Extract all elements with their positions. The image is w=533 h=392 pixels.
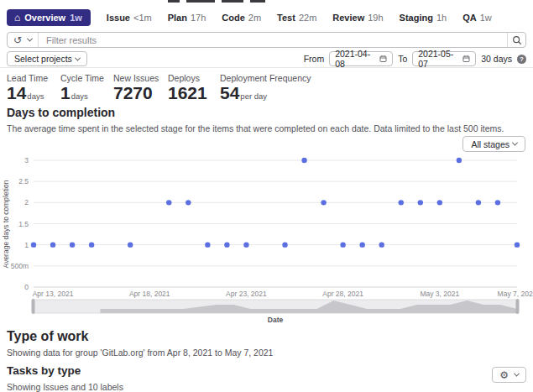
tasks-by-type-description: Showing Issues and 10 labels <box>7 382 123 392</box>
tab-code[interactable]: Code 2m <box>222 9 261 26</box>
y-tick-label: 1 <box>24 241 29 249</box>
chart-point[interactable] <box>205 242 210 247</box>
tab-review[interactable]: Review 19h <box>332 9 383 26</box>
clipped-text-fragment <box>168 0 265 3</box>
metric-label: Lead Time <box>7 73 48 83</box>
chart-point[interactable] <box>89 242 94 247</box>
type-of-work-title: Type of work <box>7 329 89 344</box>
chart-point[interactable] <box>243 242 248 247</box>
help-icon[interactable]: ? <box>517 55 526 64</box>
datazoom-handle-left[interactable] <box>32 299 35 314</box>
metric-label: Cycle Time <box>60 73 104 83</box>
tab-issue[interactable]: Issue <1m <box>107 9 152 26</box>
calendar-icon <box>379 55 387 63</box>
chart-point[interactable] <box>418 200 423 205</box>
filter-input[interactable]: Filter results <box>39 35 507 45</box>
chart-point[interactable] <box>359 242 364 247</box>
chart-point[interactable] <box>301 158 306 163</box>
y-tick-label: 2.5 <box>18 177 29 186</box>
chevron-down-icon <box>27 36 33 42</box>
metric-cycle-time: Cycle Time 1days <box>60 73 104 107</box>
tasks-by-type-title: Tasks by type <box>7 364 81 377</box>
metric-label: New Issues <box>113 73 159 83</box>
from-date-input[interactable]: 2021-04-08 <box>329 51 393 66</box>
tab-overview[interactable]: ⌂ Overview 1w <box>7 9 91 26</box>
tab-label: Review <box>332 13 364 23</box>
chart-point[interactable] <box>282 242 287 247</box>
metric-unit: days <box>71 91 88 101</box>
tab-time: 17h <box>191 13 206 23</box>
select-projects-dropdown[interactable]: Select projects <box>7 51 87 66</box>
tab-staging[interactable]: Staging 1h <box>400 9 447 26</box>
chevron-down-icon <box>75 55 81 60</box>
tab-label: Staging <box>400 13 433 23</box>
stage-filter-label: All stages <box>471 139 509 149</box>
chart-point[interactable] <box>399 200 404 205</box>
history-icon: ↺ <box>13 35 22 45</box>
y-axis-title: Average days to completion <box>2 180 10 268</box>
value-stream-analytics-page: ⌂ Overview 1w Issue <1m Plan 17h Code 2m… <box>0 0 533 392</box>
tab-label: Code <box>222 13 245 23</box>
days-to-completion-chart[interactable]: 0500m11.522.53Average days to completion… <box>0 155 533 327</box>
chart-point[interactable] <box>50 242 55 247</box>
chart-point[interactable] <box>495 200 500 205</box>
metric-label: Deploys <box>168 73 208 83</box>
chart-point[interactable] <box>224 242 229 247</box>
to-label: To <box>398 54 407 64</box>
chart-point[interactable] <box>70 242 75 247</box>
chart-point[interactable] <box>476 200 481 205</box>
tab-time: 1h <box>436 13 447 23</box>
chart-point[interactable] <box>515 242 520 247</box>
chart-point[interactable] <box>128 242 133 247</box>
type-of-work-description: Showing data for group 'GitLab.org' from… <box>7 348 273 358</box>
chart-point[interactable] <box>457 158 462 163</box>
chart-point[interactable] <box>340 242 345 247</box>
filter-bar: ↺ Filter results <box>7 32 526 48</box>
tab-label: Test <box>277 13 295 23</box>
metric-value: 7270 <box>113 83 159 107</box>
chart-point[interactable] <box>186 200 191 205</box>
days-to-completion-description: The average time spent in the selected s… <box>7 123 504 133</box>
search-button[interactable] <box>507 33 525 47</box>
days-to-completion-title: Days to completion <box>7 106 115 119</box>
metric-value: 54per day <box>220 83 311 107</box>
tab-label: Overview <box>24 13 65 23</box>
tasks-settings-dropdown[interactable]: ⚙ <box>492 367 526 383</box>
chart-point[interactable] <box>437 200 442 205</box>
y-tick-label: 0 <box>24 283 29 291</box>
y-tick-label: 500m <box>11 262 29 270</box>
stage-filter-dropdown[interactable]: All stages <box>462 136 525 152</box>
calendar-icon <box>462 55 470 63</box>
x-tick-label: Apr 28, 2021 <box>322 290 363 298</box>
tab-time: 2m <box>248 13 261 23</box>
tab-label: Plan <box>168 13 187 23</box>
tab-test[interactable]: Test 22m <box>277 9 316 26</box>
metric-deploys: Deploys 1621 <box>168 73 208 107</box>
tab-label: QA <box>462 13 477 23</box>
tab-time: <1m <box>133 13 152 23</box>
home-icon: ⌂ <box>14 13 20 23</box>
tab-plan[interactable]: Plan 17h <box>168 9 206 26</box>
recent-searches-button[interactable]: ↺ <box>8 33 39 47</box>
chevron-down-icon <box>512 140 518 146</box>
to-date-input[interactable]: 2021-05-07 <box>412 51 476 66</box>
metric-lead-time: Lead Time 14days <box>7 73 48 107</box>
tab-label: Issue <box>107 13 130 23</box>
tab-qa[interactable]: QA 1w <box>462 9 492 26</box>
chart-point[interactable] <box>31 242 36 247</box>
y-tick-label: 3 <box>24 156 29 165</box>
scatter-chart-svg: 0500m11.522.53Average days to completion… <box>0 155 533 327</box>
chart-point[interactable] <box>166 200 171 205</box>
from-date-value: 2021-04-08 <box>335 49 375 69</box>
select-projects-label: Select projects <box>14 54 72 64</box>
from-label: From <box>304 54 325 64</box>
tab-time: 1w <box>480 13 492 23</box>
gear-icon: ⚙ <box>499 370 509 380</box>
x-tick-label: Apr 13, 2021 <box>33 290 74 298</box>
chart-point[interactable] <box>379 242 384 247</box>
x-axis-title: Date <box>268 316 284 324</box>
datazoom-handle-right[interactable] <box>516 299 520 314</box>
search-icon <box>512 35 522 45</box>
chart-point[interactable] <box>321 200 326 205</box>
metric-unit: per day <box>240 91 267 101</box>
